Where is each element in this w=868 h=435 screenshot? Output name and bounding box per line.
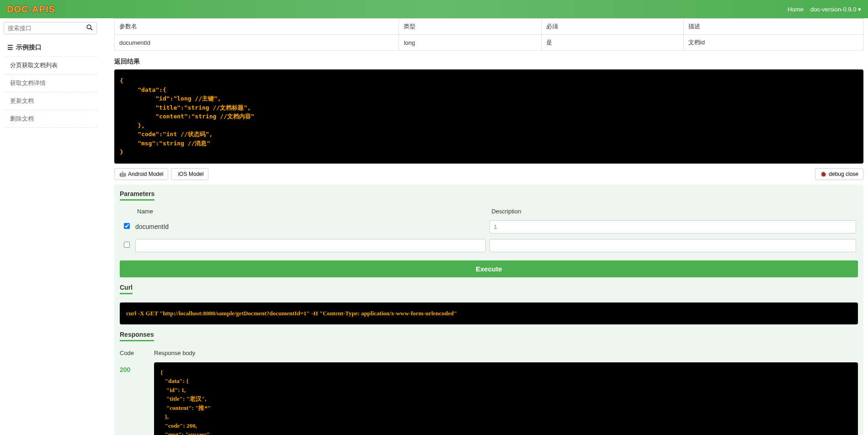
param-table: 参数名 类型 必须 描述 documentId long 是 文档id <box>114 18 863 51</box>
header-right: Home doc-version-0.9.0 ▾ <box>788 6 861 13</box>
main-content: 参数名 类型 必须 描述 documentId long 是 文档id 返回结果… <box>101 18 868 435</box>
param-value-0[interactable] <box>490 220 856 233</box>
sidebar-item-2[interactable]: 更新文档 <box>4 92 97 110</box>
body-header: Response body <box>154 350 195 356</box>
th-type: 类型 <box>399 19 541 35</box>
response-row: 200 { "data": { "id": 1, "title": "老汉", … <box>120 362 858 435</box>
table-row <box>120 236 858 255</box>
ios-model-button[interactable]: iOS Model <box>171 168 208 180</box>
name-header: Name <box>133 205 488 218</box>
th-desc: 描述 <box>683 19 863 35</box>
bug-icon: 🐞 <box>820 171 827 177</box>
svg-line-1 <box>91 28 92 30</box>
responses-header: Code Response body <box>120 346 858 360</box>
code-header: Code <box>120 350 154 356</box>
param-name-1[interactable] <box>135 239 486 252</box>
button-row: 🤖 Android Model iOS Model 🐞 debug close <box>114 168 863 180</box>
logo: DOC-APIS <box>7 4 55 15</box>
chevron-down-icon: ▾ <box>856 6 861 13</box>
android-icon: 🤖 <box>119 171 126 177</box>
sidebar-item-3[interactable]: 删除文档 <box>4 110 97 128</box>
desc-header: Description <box>488 205 858 218</box>
th-name: 参数名 <box>115 19 399 35</box>
responses-title: Responses <box>120 331 154 341</box>
param-checkbox-0[interactable] <box>124 223 130 229</box>
response-body: { "data": { "id": 1, "title": "老汉", "con… <box>154 362 858 435</box>
response-code: 200 <box>120 362 154 435</box>
param-name-0: documentId <box>133 218 488 236</box>
param-value-1[interactable] <box>490 239 856 252</box>
curl-block: curl -X GET "http://localhost:8080/sampl… <box>120 302 858 324</box>
menu-icon: ☰ <box>7 44 13 51</box>
svg-point-0 <box>87 25 91 29</box>
search-input[interactable] <box>8 25 86 32</box>
curl-title: Curl <box>120 284 133 294</box>
search-box[interactable] <box>4 22 97 34</box>
version-dropdown[interactable]: doc-version-0.9.0 ▾ <box>810 6 861 13</box>
sidebar-item-0[interactable]: 分页获取文档列表 <box>4 57 97 74</box>
execute-button[interactable]: Execute <box>120 260 858 277</box>
table-row: documentId long 是 文档id <box>115 35 863 51</box>
th-required: 必须 <box>541 19 683 35</box>
header: DOC-APIS Home doc-version-0.9.0 ▾ <box>0 0 868 18</box>
sidebar-item-1[interactable]: 获取文档详情 <box>4 74 97 92</box>
return-code-block: { "data":{ "id":"long //主键", "title":"st… <box>114 69 863 164</box>
home-link[interactable]: Home <box>788 6 804 13</box>
sidebar: ☰ 示例接口 分页获取文档列表 获取文档详情 更新文档 删除文档 <box>0 18 101 435</box>
table-row: documentId <box>120 218 858 236</box>
search-icon[interactable] <box>86 24 93 32</box>
debug-panel: Parameters Name Description documentId <box>114 185 863 435</box>
param-checkbox-1[interactable] <box>124 242 130 248</box>
debug-close-button[interactable]: 🐞 debug close <box>815 168 863 180</box>
nav-section-title[interactable]: ☰ 示例接口 <box>4 39 97 57</box>
parameters-title: Parameters <box>120 190 154 201</box>
android-model-button[interactable]: 🤖 Android Model <box>114 168 168 180</box>
param-form-table: Name Description documentId <box>120 205 858 255</box>
return-label: 返回结果 <box>114 58 863 66</box>
